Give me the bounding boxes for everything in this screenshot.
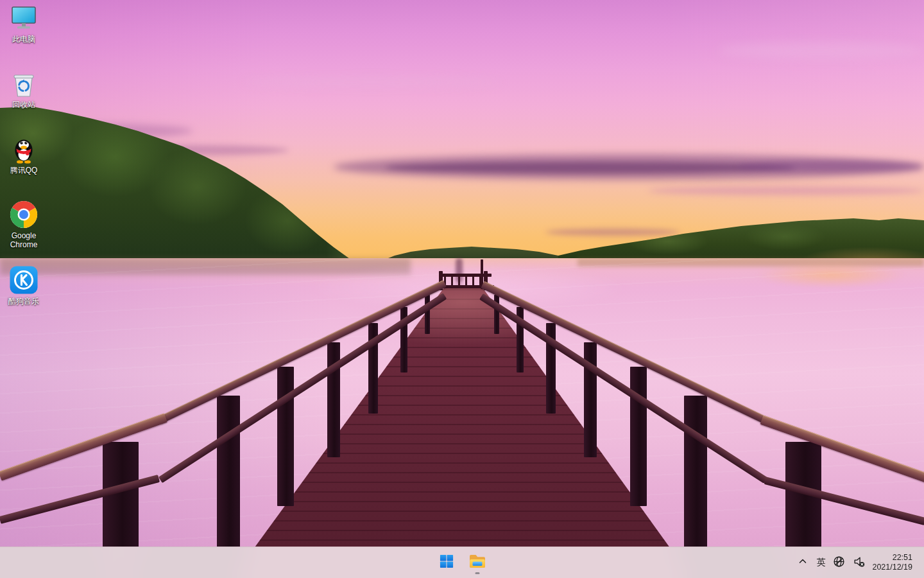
wallpaper-pier-end-baluster [451,276,453,288]
desktop-icon-label: 回收站 [12,100,35,109]
chevron-up-icon [797,556,809,570]
chrome-icon [8,199,39,230]
system-tray: 英 [794,547,924,578]
desktop-screen: 此电脑 回收站 [0,0,924,578]
wallpaper-pier-end-baluster [465,276,467,288]
wallpaper-pier-end-baluster [472,276,474,288]
clock-time: 22:51 [893,553,912,563]
start-button[interactable] [434,550,459,575]
desktop-icon-label: 此电脑 [12,35,35,44]
ime-indicator[interactable]: 英 [813,550,828,575]
windows-logo-icon [440,554,454,571]
clock-date: 2021/12/19 [872,563,912,572]
wallpaper-cloud [648,186,924,195]
desktop-icon-kugou-music[interactable]: 酷狗音乐 [0,265,47,306]
file-explorer-button[interactable] [465,550,490,575]
wallpaper-pier-post [327,342,340,457]
wallpaper-pier-end-baluster [458,276,460,288]
wallpaper-pier-post [684,396,707,547]
file-explorer-icon [469,554,486,572]
tray-chevron-button[interactable] [794,550,812,575]
running-indicator [475,572,480,574]
desktop-icon-google-chrome[interactable]: Google Chrome [0,199,47,249]
desktop-icon-label: 酷狗音乐 [8,297,39,306]
wallpaper-pier-post [630,367,647,506]
network-button[interactable] [830,550,848,575]
desktop-icon-label: 腾讯QQ [10,166,38,175]
volume-muted-icon [853,556,865,570]
globe-no-internet-icon [833,556,845,570]
this-pc-icon [8,3,39,33]
wallpaper-cloud [719,42,924,59]
wallpaper-pier-post [277,367,294,506]
ime-label: 英 [816,557,825,568]
desktop-icon-tencent-qq[interactable]: 腾讯QQ [0,134,47,175]
wallpaper-pier-post [425,295,430,334]
desktop-icon-label: Google Chrome [1,231,47,249]
qq-icon [8,134,39,164]
wallpaper-cloud [545,229,680,236]
taskbar-clock[interactable]: 22:51 2021/12/19 [869,553,915,572]
wallpaper-cloud [738,161,924,172]
wallpaper-cloud [385,162,796,173]
wallpaper-cloud [244,77,501,87]
taskbar-center [434,547,490,578]
volume-button[interactable] [850,550,868,575]
wallpaper-pier-post [217,396,240,547]
desktop-icon-recycle-bin[interactable]: 回收站 [0,68,47,109]
recycle-bin-icon [8,68,39,99]
taskbar: 英 [0,547,924,578]
desktop-icon-this-pc[interactable]: 此电脑 [0,3,47,44]
wallpaper [0,0,924,578]
kugou-icon [8,265,39,295]
